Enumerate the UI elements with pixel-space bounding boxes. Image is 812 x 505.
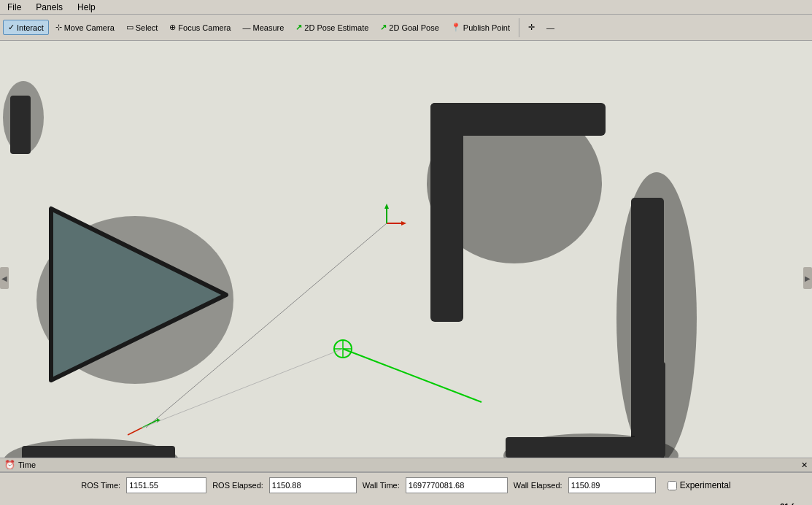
ros-time-label: ROS Time: [81,481,120,490]
svg-rect-2 [22,446,175,458]
menu-file[interactable]: File [3,1,26,13]
publish-point-label: Publish Point [463,23,510,32]
goal-pose-icon: ↗ [380,23,387,32]
statusbar-label: Time [18,460,36,469]
interact-button[interactable]: ✓ Interact [3,20,49,35]
goal-pose-button[interactable]: ↗ 2D Goal Pose [375,20,444,35]
pose-estimate-icon: ↗ [295,23,302,32]
svg-text:◀: ◀ [1,274,7,282]
select-button[interactable]: ▭ Select [121,20,163,35]
corner-wall [10,96,31,154]
publish-point-button[interactable]: 📍 Publish Point [446,20,515,35]
move-camera-label: Move Camera [64,23,115,32]
focus-icon: ⊕ [169,23,176,32]
wall-time-input[interactable] [406,477,508,493]
wall-time-label: Wall Time: [363,481,400,490]
move-icon: ⊹ [55,23,62,32]
menu-panels[interactable]: Panels [31,1,67,13]
fps-display: 31 fps [780,502,803,505]
pin-red-icon: 📍 [451,23,461,32]
experimental-checkbox[interactable] [668,481,677,490]
wall-elapsed-input[interactable] [568,477,656,493]
goal-pose-label: 2D Goal Pose [389,23,438,32]
move-camera-button[interactable]: ⊹ Move Camera [50,20,120,35]
bottombar: ROS Time: ROS Elapsed: Wall Time: Wall E… [0,472,812,505]
menu-help[interactable]: Help [73,1,100,13]
ruler-icon: — [242,23,250,32]
wall-elapsed-label: Wall Elapsed: [514,481,562,490]
minus-icon: — [546,23,554,32]
plus-icon: ✛ [528,23,535,32]
ros-elapsed-label: ROS Elapsed: [212,481,263,490]
statusbar-close-icon[interactable]: ✕ [801,460,808,470]
experimental-label: Experimental [680,480,731,490]
ros-elapsed-input[interactable] [269,477,357,493]
toolbar-separator [519,18,519,37]
menubar: File Panels Help [0,0,812,15]
svg-text:▶: ▶ [805,274,811,282]
toolbar: ✓ Interact ⊹ Move Camera ▭ Select ⊕ Focu… [0,15,812,41]
experimental-group: Experimental [668,480,731,490]
select-icon: ▭ [126,23,134,32]
main-canvas: ◀ ▶ [0,41,812,458]
interact-label: Interact [17,23,44,32]
measure-label: Measure [252,23,284,32]
ros-time-input[interactable] [126,477,206,493]
zoom-out-button[interactable]: — [541,20,560,35]
viewport[interactable]: ◀ ▶ [0,41,812,458]
focus-camera-label: Focus Camera [178,23,231,32]
time-icon: ⏰ [4,460,15,470]
pose-estimate-label: 2D Pose Estimate [304,23,368,32]
pose-estimate-button[interactable]: ↗ 2D Pose Estimate [290,20,374,35]
zoom-in-button[interactable]: ✛ [523,20,540,35]
measure-button[interactable]: — Measure [237,20,289,35]
cursor-icon: ✓ [8,23,15,32]
svg-rect-7 [430,103,463,322]
select-label: Select [136,23,158,32]
focus-camera-button[interactable]: ⊕ Focus Camera [164,20,236,35]
svg-rect-12 [635,362,665,457]
statusbar: ⏰ Time ✕ [0,458,812,472]
